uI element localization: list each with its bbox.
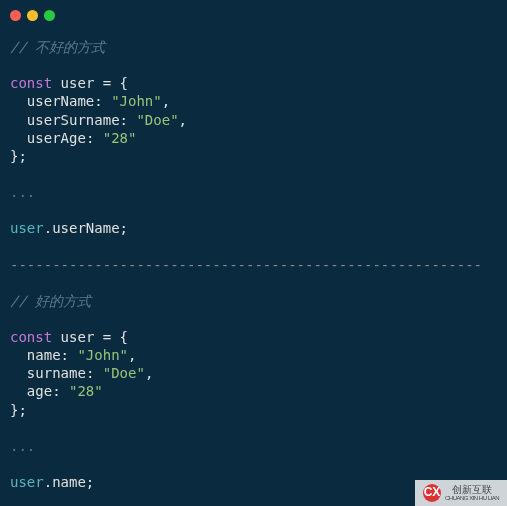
prop-line: userName: "John",: [10, 92, 497, 110]
close-icon[interactable]: [10, 10, 21, 21]
watermark-logo-icon: CX: [423, 484, 441, 502]
brace-open: = {: [94, 75, 128, 91]
prop-key: name: [27, 347, 61, 363]
ellipsis: ...: [10, 438, 35, 454]
brace-close: };: [10, 148, 27, 164]
watermark-line1: 创新互联: [445, 485, 499, 495]
usage-obj: user: [10, 220, 44, 236]
comma: ,: [179, 112, 187, 128]
usage-obj: user: [10, 474, 44, 490]
decl-line: const user = {: [10, 328, 497, 346]
decl-line: const user = {: [10, 74, 497, 92]
prop-value: "28": [103, 130, 137, 146]
keyword-const: const: [10, 329, 52, 345]
brace-open: = {: [94, 329, 128, 345]
comment-good: // 好的方式: [10, 293, 91, 309]
window-titlebar: [0, 0, 507, 30]
watermark: CX 创新互联 CHUANG XIN HU LIAN: [415, 480, 507, 506]
var-user: user: [61, 329, 95, 345]
prop-line: userAge: "28": [10, 129, 497, 147]
prop-value: "John": [111, 93, 162, 109]
prop-value: "Doe": [103, 365, 145, 381]
watermark-line2: CHUANG XIN HU LIAN: [445, 495, 499, 501]
prop-line: age: "28": [10, 382, 497, 400]
maximize-icon[interactable]: [44, 10, 55, 21]
prop-value: "John": [77, 347, 128, 363]
var-user: user: [61, 75, 95, 91]
prop-key: userSurname: [27, 112, 120, 128]
prop-key: age: [27, 383, 52, 399]
comma: ,: [128, 347, 136, 363]
brace-close: };: [10, 402, 27, 418]
usage-prop: .name;: [44, 474, 95, 490]
prop-line: userSurname: "Doe",: [10, 111, 497, 129]
prop-line: name: "John",: [10, 346, 497, 364]
prop-key: userName: [27, 93, 94, 109]
usage-prop: .userName;: [44, 220, 128, 236]
comma: ,: [145, 365, 153, 381]
watermark-text: 创新互联 CHUANG XIN HU LIAN: [445, 485, 499, 501]
separator: ----------------------------------------…: [10, 256, 497, 274]
comma: ,: [162, 93, 170, 109]
usage-line: user.userName;: [10, 219, 497, 237]
prop-line: surname: "Doe",: [10, 364, 497, 382]
code-block: // 不好的方式 const user = { userName: "John"…: [0, 30, 507, 501]
prop-key: userAge: [27, 130, 86, 146]
keyword-const: const: [10, 75, 52, 91]
comment-bad: // 不好的方式: [10, 39, 105, 55]
prop-key: surname: [27, 365, 86, 381]
minimize-icon[interactable]: [27, 10, 38, 21]
ellipsis: ...: [10, 184, 35, 200]
prop-value: "28": [69, 383, 103, 399]
prop-value: "Doe": [136, 112, 178, 128]
